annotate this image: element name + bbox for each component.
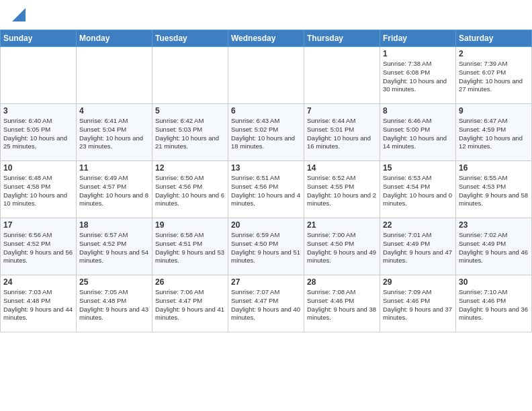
calendar-cell: 23Sunrise: 7:02 AMSunset: 4:49 PMDayligh… (456, 218, 532, 275)
day-info: Sunrise: 6:50 AMSunset: 4:56 PMDaylight:… (155, 174, 225, 208)
calendar-cell: 29Sunrise: 7:09 AMSunset: 4:46 PMDayligh… (380, 275, 456, 332)
day-info: Sunrise: 6:47 AMSunset: 4:59 PMDaylight:… (459, 117, 529, 151)
day-number: 21 (307, 220, 377, 230)
day-info: Sunrise: 7:38 AMSunset: 6:08 PMDaylight:… (383, 60, 453, 94)
day-number: 17 (3, 220, 73, 230)
calendar-cell: 15Sunrise: 6:53 AMSunset: 4:54 PMDayligh… (380, 161, 456, 218)
day-number: 12 (155, 163, 225, 173)
day-number: 7 (307, 106, 377, 116)
svg-marker-0 (12, 8, 26, 21)
calendar-cell: 28Sunrise: 7:08 AMSunset: 4:46 PMDayligh… (304, 275, 380, 332)
day-number: 24 (3, 277, 73, 287)
calendar-header-row: SundayMondayTuesdayWednesdayThursdayFrid… (1, 30, 532, 47)
day-number: 9 (459, 106, 529, 116)
day-number: 30 (459, 277, 529, 287)
day-number: 16 (459, 163, 529, 173)
day-info: Sunrise: 7:08 AMSunset: 4:46 PMDaylight:… (307, 288, 377, 322)
calendar-cell: 19Sunrise: 6:58 AMSunset: 4:51 PMDayligh… (152, 218, 228, 275)
calendar-week-row: 17Sunrise: 6:56 AMSunset: 4:52 PMDayligh… (1, 218, 532, 275)
day-info: Sunrise: 6:53 AMSunset: 4:54 PMDaylight:… (383, 174, 453, 208)
day-number: 4 (79, 106, 149, 116)
day-info: Sunrise: 7:07 AMSunset: 4:47 PMDaylight:… (231, 288, 301, 322)
calendar-table: SundayMondayTuesdayWednesdayThursdayFrid… (0, 30, 532, 332)
calendar-cell (77, 47, 152, 104)
day-info: Sunrise: 7:03 AMSunset: 4:48 PMDaylight:… (3, 288, 73, 322)
day-info: Sunrise: 7:02 AMSunset: 4:49 PMDaylight:… (459, 231, 529, 265)
page-header (0, 0, 532, 28)
calendar-cell: 4Sunrise: 6:41 AMSunset: 5:04 PMDaylight… (77, 104, 152, 161)
day-info: Sunrise: 6:46 AMSunset: 5:00 PMDaylight:… (383, 117, 453, 151)
calendar-cell: 1Sunrise: 7:38 AMSunset: 6:08 PMDaylight… (380, 47, 456, 104)
calendar-cell (1, 47, 77, 104)
weekday-header-tuesday: Tuesday (152, 30, 228, 47)
day-number: 28 (307, 277, 377, 287)
calendar-cell: 7Sunrise: 6:44 AMSunset: 5:01 PMDaylight… (304, 104, 380, 161)
weekday-header-saturday: Saturday (456, 30, 532, 47)
calendar-cell: 8Sunrise: 6:46 AMSunset: 5:00 PMDaylight… (380, 104, 456, 161)
day-number: 18 (79, 220, 149, 230)
day-info: Sunrise: 6:43 AMSunset: 5:02 PMDaylight:… (231, 117, 301, 151)
day-number: 22 (383, 220, 453, 230)
day-info: Sunrise: 7:00 AMSunset: 4:50 PMDaylight:… (307, 231, 377, 265)
day-number: 11 (79, 163, 149, 173)
calendar-week-row: 3Sunrise: 6:40 AMSunset: 5:05 PMDaylight… (1, 104, 532, 161)
weekday-header-wednesday: Wednesday (228, 30, 304, 47)
day-info: Sunrise: 7:01 AMSunset: 4:49 PMDaylight:… (383, 231, 453, 265)
day-number: 5 (155, 106, 225, 116)
day-info: Sunrise: 6:55 AMSunset: 4:53 PMDaylight:… (459, 174, 529, 208)
day-number: 25 (79, 277, 149, 287)
calendar-cell: 18Sunrise: 6:57 AMSunset: 4:52 PMDayligh… (77, 218, 152, 275)
calendar-cell: 21Sunrise: 7:00 AMSunset: 4:50 PMDayligh… (304, 218, 380, 275)
day-number: 14 (307, 163, 377, 173)
calendar-cell: 17Sunrise: 6:56 AMSunset: 4:52 PMDayligh… (1, 218, 77, 275)
day-info: Sunrise: 6:57 AMSunset: 4:52 PMDaylight:… (79, 231, 149, 265)
weekday-header-friday: Friday (380, 30, 456, 47)
day-info: Sunrise: 7:06 AMSunset: 4:47 PMDaylight:… (155, 288, 225, 322)
calendar-week-row: 1Sunrise: 7:38 AMSunset: 6:08 PMDaylight… (1, 47, 532, 104)
calendar-cell: 5Sunrise: 6:42 AMSunset: 5:03 PMDaylight… (152, 104, 228, 161)
calendar-cell: 30Sunrise: 7:10 AMSunset: 4:46 PMDayligh… (456, 275, 532, 332)
day-info: Sunrise: 6:44 AMSunset: 5:01 PMDaylight:… (307, 117, 377, 151)
day-info: Sunrise: 7:10 AMSunset: 4:46 PMDaylight:… (459, 288, 529, 322)
logo-icon (12, 8, 26, 21)
day-info: Sunrise: 7:09 AMSunset: 4:46 PMDaylight:… (383, 288, 453, 322)
calendar-cell: 6Sunrise: 6:43 AMSunset: 5:02 PMDaylight… (228, 104, 304, 161)
day-info: Sunrise: 7:39 AMSunset: 6:07 PMDaylight:… (459, 60, 529, 94)
day-number: 20 (231, 220, 301, 230)
calendar-cell: 16Sunrise: 6:55 AMSunset: 4:53 PMDayligh… (456, 161, 532, 218)
calendar-cell: 24Sunrise: 7:03 AMSunset: 4:48 PMDayligh… (1, 275, 77, 332)
day-number: 26 (155, 277, 225, 287)
day-info: Sunrise: 6:41 AMSunset: 5:04 PMDaylight:… (79, 117, 149, 151)
day-info: Sunrise: 6:52 AMSunset: 4:55 PMDaylight:… (307, 174, 377, 208)
day-number: 2 (459, 49, 529, 58)
calendar-cell: 26Sunrise: 7:06 AMSunset: 4:47 PMDayligh… (152, 275, 228, 332)
calendar-cell: 9Sunrise: 6:47 AMSunset: 4:59 PMDaylight… (456, 104, 532, 161)
day-info: Sunrise: 6:42 AMSunset: 5:03 PMDaylight:… (155, 117, 225, 151)
calendar-week-row: 10Sunrise: 6:48 AMSunset: 4:58 PMDayligh… (1, 161, 532, 218)
day-number: 27 (231, 277, 301, 287)
calendar-cell: 2Sunrise: 7:39 AMSunset: 6:07 PMDaylight… (456, 47, 532, 104)
weekday-header-sunday: Sunday (1, 30, 77, 47)
calendar-cell (304, 47, 380, 104)
day-info: Sunrise: 7:05 AMSunset: 4:48 PMDaylight:… (79, 288, 149, 322)
day-number: 29 (383, 277, 453, 287)
day-number: 23 (459, 220, 529, 230)
day-number: 1 (383, 49, 453, 58)
day-number: 19 (155, 220, 225, 230)
day-info: Sunrise: 6:49 AMSunset: 4:57 PMDaylight:… (79, 174, 149, 208)
calendar-cell: 10Sunrise: 6:48 AMSunset: 4:58 PMDayligh… (1, 161, 77, 218)
day-number: 10 (3, 163, 73, 173)
day-info: Sunrise: 6:40 AMSunset: 5:05 PMDaylight:… (3, 117, 73, 151)
calendar-week-row: 24Sunrise: 7:03 AMSunset: 4:48 PMDayligh… (1, 275, 532, 332)
calendar-cell (228, 47, 304, 104)
calendar-cell: 25Sunrise: 7:05 AMSunset: 4:48 PMDayligh… (77, 275, 152, 332)
calendar-cell: 3Sunrise: 6:40 AMSunset: 5:05 PMDaylight… (1, 104, 77, 161)
calendar-cell: 12Sunrise: 6:50 AMSunset: 4:56 PMDayligh… (152, 161, 228, 218)
day-info: Sunrise: 6:58 AMSunset: 4:51 PMDaylight:… (155, 231, 225, 265)
weekday-header-thursday: Thursday (304, 30, 380, 47)
logo (11, 8, 26, 23)
calendar-cell: 14Sunrise: 6:52 AMSunset: 4:55 PMDayligh… (304, 161, 380, 218)
day-number: 15 (383, 163, 453, 173)
day-info: Sunrise: 6:59 AMSunset: 4:50 PMDaylight:… (231, 231, 301, 265)
calendar-cell: 11Sunrise: 6:49 AMSunset: 4:57 PMDayligh… (77, 161, 152, 218)
